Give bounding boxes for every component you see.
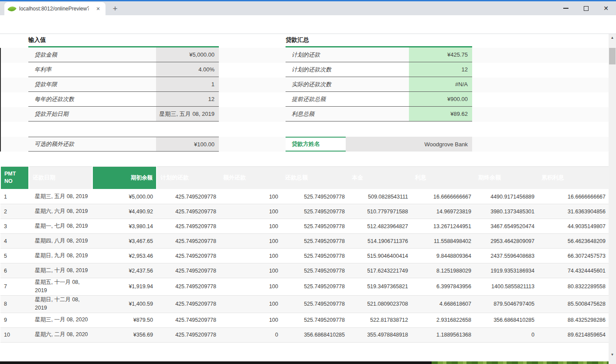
minimize-button[interactable] xyxy=(556,1,576,15)
table-cell: 100 xyxy=(220,189,282,204)
table-cell: 9.8448809364 xyxy=(412,249,475,263)
table-cell: 2.9316822658 xyxy=(412,313,475,327)
table-cell: 星期二, 十月 08, 2019 xyxy=(29,263,92,278)
schedule-col-header: 额外还款 xyxy=(220,167,282,189)
new-tab-button[interactable]: + xyxy=(110,4,120,14)
schedule-col-header: 期初余额 xyxy=(92,167,157,189)
table-cell: 425.7495209778 xyxy=(157,204,220,219)
table-cell: 100 xyxy=(220,295,282,313)
schedule-col-header: 本金 xyxy=(348,167,412,189)
maximize-icon xyxy=(584,6,589,11)
table-cell: 525.7495209778 xyxy=(282,263,348,278)
table-cell: 85.5008475628 xyxy=(538,295,609,313)
table-cell: 4490.9171456889 xyxy=(475,189,538,204)
summary-row: 实际的还款次数#N/A xyxy=(286,77,472,92)
table-cell: 16.6666666667 xyxy=(538,189,609,204)
table-cell: 2 xyxy=(0,204,29,219)
table-cell: 100 xyxy=(220,219,282,234)
minimize-icon xyxy=(563,8,568,9)
table-cell: 16.6666666667 xyxy=(412,189,475,204)
table-cell: 100 xyxy=(220,313,282,327)
table-cell: 66.3072457573 xyxy=(538,249,609,263)
table-cell: 6.3997843956 xyxy=(412,278,475,296)
summary-label: 计划的还款次数 xyxy=(286,62,409,77)
table-cell: 9 xyxy=(0,313,29,327)
table-cell: 425.7495209778 xyxy=(157,327,220,342)
table-cell: 星期三, 一月 08, 2020 xyxy=(29,313,92,327)
table-cell: 525.7495209778 xyxy=(282,249,348,263)
extra-payment-label: 可选的额外还款 xyxy=(28,137,156,151)
inputs-row: 贷款金额¥5,000.00 xyxy=(28,47,219,62)
inputs-label: 每年的还款次数 xyxy=(28,92,156,106)
scroll-up-icon[interactable]: ▲ xyxy=(609,34,616,41)
tab-title: localhost:8012/onlinePreview? xyxy=(19,6,89,12)
scrollbar-thumb[interactable] xyxy=(609,48,616,64)
tab-close-icon[interactable]: ✕ xyxy=(94,5,102,13)
amortization-table: PMT NO还款日期期初余额计划的还款额外还款还款总额本金利息期终余额累积利息 … xyxy=(0,166,609,343)
table-cell: 31.6363904856 xyxy=(538,204,609,219)
table-cell: 879.5046797405 xyxy=(475,295,538,313)
inputs-label: 贷款金额 xyxy=(28,47,156,62)
maximize-button[interactable] xyxy=(576,1,596,15)
titlebar: localhost:8012/onlinePreview? ✕ + ✕ xyxy=(0,1,616,15)
browser-tab[interactable]: localhost:8012/onlinePreview? ✕ xyxy=(4,2,106,15)
table-cell: 356.6868410285 xyxy=(475,313,538,327)
table-row: 1星期三, 五月 08, 2019¥5,000.00425.7495209778… xyxy=(0,189,609,204)
page-bottom-edge xyxy=(0,361,609,364)
table-cell: ¥1,919.94 xyxy=(92,278,157,296)
inputs-section: 输入值 贷款金额¥5,000.00年利率4.00%贷款年限1每年的还款次数12贷… xyxy=(28,35,219,121)
table-cell: 515.9046400414 xyxy=(348,249,412,263)
table-cell: 425.7495209778 xyxy=(157,189,220,204)
table-cell: 519.3497365821 xyxy=(348,278,412,296)
table-cell: 525.7495209778 xyxy=(282,295,348,313)
table-cell: 星期五, 十一月 08, 2019 xyxy=(29,278,92,296)
inputs-value: 星期三, 五月 08, 2019 xyxy=(156,107,219,121)
bottom-green-band xyxy=(432,361,609,364)
table-cell: 514.1906711376 xyxy=(348,234,412,249)
table-cell: 0 xyxy=(475,327,538,342)
table-row: 5星期日, 九月 08, 2019¥2,953.46425.7495209778… xyxy=(0,249,609,263)
table-cell: 1.1889561368 xyxy=(412,327,475,342)
table-cell: 1919.9353186934 xyxy=(475,263,538,278)
schedule-col-header: PMT NO xyxy=(0,167,29,189)
table-cell: 星期六, 二月 08, 2020 xyxy=(29,327,92,342)
table-cell: 2953.4642809097 xyxy=(475,234,538,249)
summary-label: 计划的还款 xyxy=(286,47,409,62)
inputs-label: 贷款年限 xyxy=(28,77,156,91)
table-cell: ¥1,400.59 xyxy=(92,295,157,313)
scroll-down-icon[interactable]: ▼ xyxy=(609,351,616,358)
table-cell: 525.7495209778 xyxy=(282,313,348,327)
vertical-scrollbar[interactable]: ▲ ▼ xyxy=(609,34,616,364)
table-cell: 星期三, 五月 08, 2019 xyxy=(29,189,92,204)
table-cell: 510.7797971588 xyxy=(348,204,412,219)
lender-row: 贷款方姓名 Woodgrove Bank xyxy=(286,137,472,152)
summary-rows: 计划的还款¥425.75计划的还款次数12实际的还款次数#N/A提前还款总额¥9… xyxy=(286,47,472,121)
table-cell: 525.7495209778 xyxy=(282,234,348,249)
table-cell: 80.8322289558 xyxy=(538,278,609,296)
inputs-title: 输入值 xyxy=(28,35,219,45)
table-row: 3星期一, 七月 08, 2019¥3,980.14425.7495209778… xyxy=(0,219,609,234)
summary-value: #N/A xyxy=(409,77,472,91)
close-button[interactable]: ✕ xyxy=(596,1,616,15)
table-cell: 522.817838712 xyxy=(348,313,412,327)
table-cell: 星期日, 十二月 08, 2019 xyxy=(29,295,92,313)
kkfileview-leaf-favicon xyxy=(7,4,17,13)
file-preview-page: 输入值 贷款金额¥5,000.00年利率4.00%贷款年限1每年的还款次数12贷… xyxy=(0,34,616,364)
summary-value: ¥89.62 xyxy=(409,107,472,121)
inputs-label: 年利率 xyxy=(28,62,156,77)
table-cell: 517.6243221749 xyxy=(348,263,412,278)
table-cell: 525.7495209778 xyxy=(282,204,348,219)
inputs-label: 贷款开始日期 xyxy=(28,107,156,121)
table-cell: 425.7495209778 xyxy=(157,234,220,249)
summary-value: 12 xyxy=(409,62,472,77)
summary-row: 计划的还款¥425.75 xyxy=(286,47,472,62)
inputs-row: 贷款年限1 xyxy=(28,77,219,92)
table-cell: 4.668618607 xyxy=(412,295,475,313)
table-cell: 525.7495209778 xyxy=(282,219,348,234)
table-cell: 8.1251988029 xyxy=(412,263,475,278)
schedule-col-header: 累积利息 xyxy=(538,167,609,189)
summary-row: 提前还款总额¥900.00 xyxy=(286,92,472,107)
table-cell: 1 xyxy=(0,189,29,204)
browser-toolbar: localhost:8012/onlinePreview?url=http://… xyxy=(0,15,616,34)
schedule-header-row: PMT NO还款日期期初余额计划的还款额外还款还款总额本金利息期终余额累积利息 xyxy=(0,167,609,189)
